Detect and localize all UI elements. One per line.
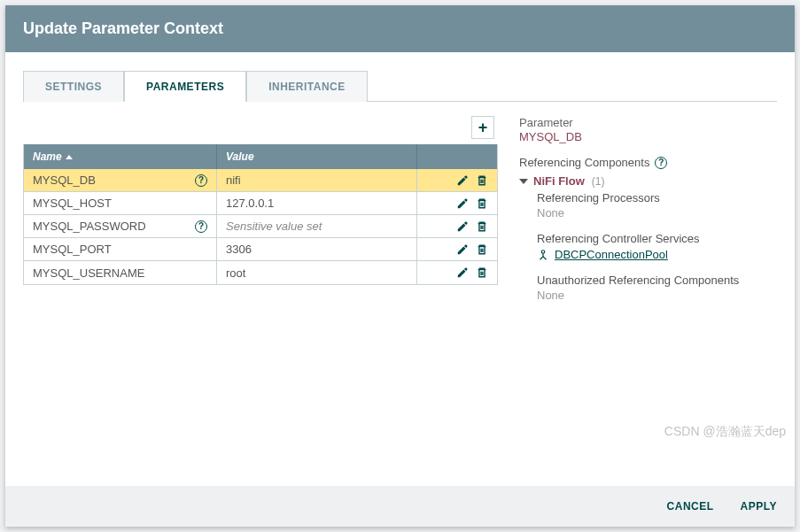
delete-icon[interactable]	[476, 266, 488, 279]
dialog-body: SETTINGS PARAMETERS INHERITANCE + Name V…	[5, 52, 795, 486]
dialog-footer: CANCEL APPLY	[5, 486, 795, 527]
table-row[interactable]: MYSQL_PASSWORD?Sensitive value set	[24, 215, 497, 238]
param-actions-cell	[417, 215, 497, 237]
unauthorized-label: Unauthorized Referencing Components	[537, 274, 767, 287]
param-name-cell: MYSQL_HOST	[24, 192, 217, 214]
parameter-table-header: Name Value	[24, 144, 497, 169]
add-parameter-button[interactable]: +	[471, 116, 494, 139]
param-actions-cell	[417, 238, 497, 260]
watermark: CSDN @浩瀚蓝天dep	[664, 424, 786, 440]
param-name-cell: MYSQL_USERNAME	[24, 261, 217, 284]
table-row[interactable]: MYSQL_PORT3306	[24, 238, 497, 261]
edit-icon[interactable]	[456, 243, 469, 256]
parameter-table: Name Value MYSQL_DB?nifiMYSQL_HOST127.0.…	[23, 144, 498, 285]
processors-none: None	[537, 206, 767, 220]
param-value-cell: root	[217, 261, 417, 284]
col-header-name[interactable]: Name	[24, 144, 217, 169]
services-label: Referencing Controller Services	[537, 232, 767, 245]
apply-button[interactable]: APPLY	[741, 500, 777, 513]
details-panel: Parameter MYSQL_DB Referencing Component…	[519, 116, 767, 302]
cancel-button[interactable]: CANCEL	[667, 500, 714, 513]
table-row[interactable]: MYSQL_HOST127.0.0.1	[24, 192, 497, 215]
param-actions-cell	[417, 261, 497, 284]
plus-icon: +	[478, 119, 488, 137]
param-value-cell: Sensitive value set	[217, 215, 417, 237]
flow-count: (1)	[592, 175, 605, 188]
svg-point-0	[541, 250, 545, 253]
param-name-cell: MYSQL_DB?	[24, 169, 217, 191]
tab-bar: SETTINGS PARAMETERS INHERITANCE	[23, 70, 777, 102]
table-row[interactable]: MYSQL_DB?nifi	[24, 169, 497, 192]
param-value-cell: 127.0.0.1	[217, 192, 417, 214]
param-value-cell: 3306	[217, 238, 417, 260]
unauthorized-none: None	[537, 289, 767, 302]
service-icon	[537, 249, 549, 261]
delete-icon[interactable]	[476, 174, 488, 187]
parameter-label: Parameter	[519, 116, 767, 129]
col-header-value[interactable]: Value	[217, 144, 417, 169]
tab-inheritance[interactable]: INHERITANCE	[246, 71, 368, 102]
delete-icon[interactable]	[476, 220, 488, 233]
table-row[interactable]: MYSQL_USERNAMEroot	[24, 261, 497, 284]
info-icon[interactable]: ?	[195, 220, 207, 233]
tab-settings[interactable]: SETTINGS	[23, 71, 124, 102]
delete-icon[interactable]	[476, 197, 488, 210]
controller-service-link[interactable]: DBCPConnectionPool	[555, 248, 668, 261]
delete-icon[interactable]	[476, 243, 488, 256]
param-actions-cell	[417, 169, 497, 191]
edit-icon[interactable]	[456, 266, 469, 279]
edit-icon[interactable]	[456, 220, 469, 233]
dialog-title: Update Parameter Context	[5, 5, 795, 52]
param-actions-cell	[417, 192, 497, 214]
flow-name[interactable]: NiFi Flow	[533, 174, 585, 188]
selected-parameter-name: MYSQL_DB	[519, 130, 767, 143]
dialog: Update Parameter Context SETTINGS PARAME…	[5, 5, 795, 527]
param-name-cell: MYSQL_PORT	[24, 238, 217, 260]
param-name-cell: MYSQL_PASSWORD?	[24, 215, 217, 237]
expand-icon[interactable]	[519, 179, 528, 184]
sort-asc-icon	[66, 155, 73, 159]
processors-label: Referencing Processors	[537, 191, 767, 204]
help-icon[interactable]: ?	[655, 157, 667, 169]
referencing-components-label: Referencing Components	[519, 156, 649, 169]
info-icon[interactable]: ?	[195, 174, 207, 187]
edit-icon[interactable]	[456, 197, 469, 210]
col-header-actions	[417, 144, 497, 169]
param-value-cell: nifi	[217, 169, 417, 191]
edit-icon[interactable]	[456, 174, 469, 187]
tab-parameters[interactable]: PARAMETERS	[124, 71, 246, 102]
